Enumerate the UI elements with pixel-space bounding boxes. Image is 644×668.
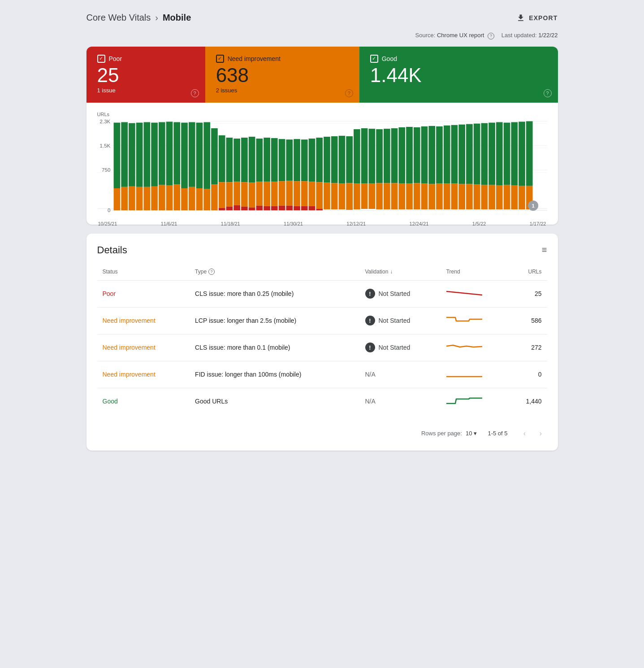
table-row[interactable]: Need improvementCLS issue: more than 0.1… (97, 334, 547, 361)
svg-rect-73 (286, 205, 293, 210)
svg-rect-134 (503, 122, 510, 185)
breadcrumb-parent[interactable]: Core Web Vitals (86, 13, 151, 23)
status-blocks: ✓ Poor 25 1 issue ? ✓ Need improvement 6… (86, 47, 558, 103)
type-text: CLS issue: more than 0.25 (mobile) (195, 290, 294, 297)
svg-rect-59 (256, 139, 263, 182)
validation-cell: ! Not Started (365, 316, 436, 325)
trend-cell (441, 280, 509, 307)
svg-rect-65 (271, 138, 278, 182)
next-page-button[interactable]: › (535, 427, 547, 440)
svg-rect-122 (458, 124, 465, 184)
svg-rect-98 (368, 129, 375, 183)
svg-rect-130 (488, 122, 495, 185)
pagination-nav: ‹ › (519, 427, 547, 440)
svg-rect-112 (421, 126, 428, 183)
status-badge: Poor (103, 290, 116, 297)
chart-bars-svg: 2.3K 1.5K 750 0 (97, 119, 547, 217)
breadcrumb: Core Web Vitals › Mobile (86, 13, 191, 23)
svg-rect-74 (294, 139, 300, 181)
col-status: Status (97, 265, 190, 281)
svg-rect-93 (346, 183, 353, 210)
rows-per-page-select[interactable]: 10 ▾ (466, 430, 477, 437)
svg-rect-38 (196, 122, 203, 188)
svg-rect-44 (218, 135, 225, 182)
source-name: Chrome UX report (437, 32, 484, 39)
poor-help-icon[interactable]: ? (191, 89, 199, 97)
status-badge: Need improvement (103, 371, 156, 378)
export-button[interactable]: EXPORT (516, 13, 558, 22)
table-row[interactable]: Need improvementLCP issue: longer than 2… (97, 307, 547, 334)
status-block-poor[interactable]: ✓ Poor 25 1 issue ? (86, 47, 205, 103)
svg-rect-33 (173, 184, 180, 210)
svg-rect-95 (354, 183, 360, 209)
poor-check-icon: ✓ (97, 55, 105, 63)
svg-rect-34 (181, 122, 188, 188)
rows-per-page-value: 10 (466, 430, 472, 437)
svg-rect-30 (166, 121, 173, 185)
svg-rect-117 (436, 183, 443, 209)
col-urls: URLs (509, 265, 547, 281)
validation-icon: ! (365, 343, 375, 352)
status-block-good[interactable]: ✓ Good 1.44K ? (359, 47, 558, 103)
svg-rect-101 (376, 183, 383, 209)
svg-rect-120 (451, 125, 458, 183)
status-block-needs[interactable]: ✓ Need improvement 638 2 issues ? (205, 47, 359, 103)
good-label-text: Good (382, 55, 397, 62)
col-type: Type ? (190, 265, 359, 281)
svg-rect-102 (384, 129, 390, 183)
validation-cell: ! Not Started (365, 343, 436, 352)
page-header: Core Web Vitals › Mobile EXPORT (86, 13, 558, 23)
svg-rect-42 (211, 128, 218, 185)
svg-rect-114 (428, 126, 435, 184)
svg-rect-39 (196, 188, 203, 210)
col-validation[interactable]: Validation ↓ (360, 265, 441, 281)
rows-per-page-label: Rows per page: (421, 430, 462, 437)
trend-cell (441, 307, 509, 334)
svg-rect-43 (211, 184, 218, 210)
col-status-label: Status (103, 269, 118, 275)
svg-rect-94 (354, 129, 360, 183)
validation-na: N/A (365, 398, 376, 405)
svg-rect-26 (151, 122, 158, 186)
svg-rect-45 (218, 182, 225, 208)
table-row[interactable]: PoorCLS issue: more than 0.25 (mobile) !… (97, 280, 547, 307)
svg-rect-83 (316, 138, 323, 182)
needs-label: ✓ Need improvement (216, 55, 349, 63)
table-row[interactable]: GoodGood URLsN/A 1,440 (97, 388, 547, 415)
needs-help-icon[interactable]: ? (345, 89, 353, 97)
urls-count: 1,440 (509, 388, 547, 415)
svg-rect-127 (473, 184, 480, 209)
filter-icon[interactable]: ≡ (542, 245, 547, 255)
table-row[interactable]: Need improvementFID issue: longer than 1… (97, 361, 547, 388)
svg-rect-53 (241, 138, 248, 182)
svg-rect-29 (159, 185, 165, 210)
svg-rect-104 (391, 128, 398, 183)
needs-issues: 2 issues (216, 87, 349, 94)
svg-rect-113 (421, 183, 428, 209)
trend-sparkline (446, 395, 482, 406)
last-updated-value: 1/22/22 (538, 32, 558, 39)
x-label-0: 10/25/21 (98, 221, 117, 226)
svg-rect-68 (278, 139, 285, 181)
svg-rect-64 (264, 206, 270, 210)
svg-rect-139 (519, 186, 525, 209)
urls-count: 0 (509, 361, 547, 388)
prev-page-button[interactable]: ‹ (519, 427, 531, 440)
details-title: Details (97, 244, 127, 256)
x-label-1: 11/6/21 (161, 221, 177, 226)
svg-rect-24 (143, 122, 150, 187)
svg-rect-17 (113, 188, 120, 210)
col-trend-label: Trend (446, 269, 460, 275)
details-header: Details ≡ (97, 244, 547, 256)
validation-text: Not Started (379, 317, 411, 324)
svg-rect-119 (443, 183, 450, 209)
good-help-icon[interactable]: ? (544, 89, 552, 97)
details-table: Status Type ? Validation ↓ (97, 265, 547, 415)
svg-rect-70 (278, 205, 285, 210)
poor-count: 25 (97, 65, 194, 85)
svg-rect-79 (301, 206, 307, 210)
poor-label-text: Poor (109, 55, 122, 62)
svg-rect-27 (151, 186, 158, 210)
svg-rect-81 (308, 182, 315, 206)
type-help-icon[interactable]: ? (208, 269, 215, 275)
